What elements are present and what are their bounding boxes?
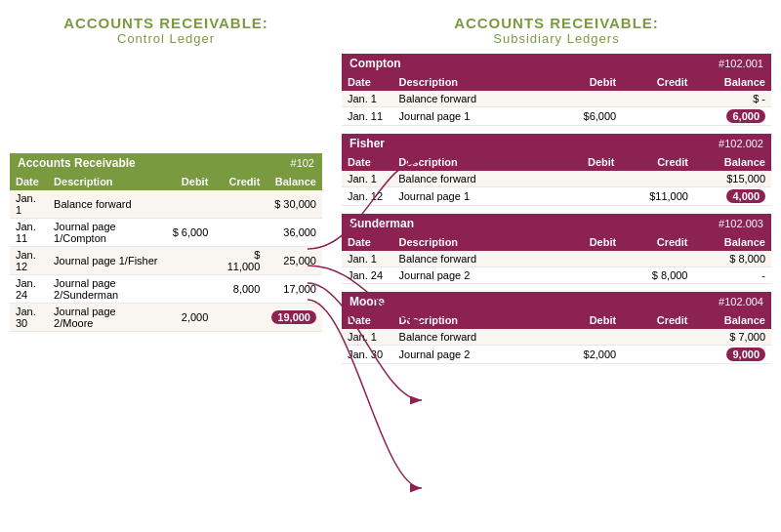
col-header-balance: Balance	[694, 153, 771, 171]
cell-balance: $ 8,000	[693, 251, 771, 267]
cell-desc: Balance forward	[392, 171, 549, 187]
cell-date: Jan. 1	[342, 91, 393, 107]
cell-debit	[551, 91, 622, 107]
cell-debit	[164, 190, 215, 219]
subsidiary-ledger-row: Jan. 11 Journal page 1 $6,000 6,000	[342, 107, 771, 126]
subsidiary-ledger-row: Jan. 24 Journal page 2 $ 8,000 -	[342, 267, 771, 284]
control-ledger-header-row: Date Description Debit Credit Balance	[10, 173, 322, 190]
cell-date: Jan. 1	[342, 251, 393, 267]
cell-debit	[164, 275, 215, 304]
moore-table: Date Description Debit Credit Balance Ja…	[342, 311, 771, 364]
compton-table: Date Description Debit Credit Balance Ja…	[342, 73, 771, 126]
subsidiary-ledgers-container: Compton #102.001 Date Description Debit …	[342, 54, 771, 364]
cell-debit	[164, 247, 215, 275]
col-header-desc: Description	[393, 311, 551, 329]
cell-date: Jan. 11	[10, 219, 48, 247]
control-ledger-table: Date Description Debit Credit Balance Ja…	[10, 173, 322, 332]
fisher-account-num: #102.002	[719, 138, 763, 149]
moore-header-row: Date Description Debit Credit Balance	[342, 311, 771, 329]
moore-account-num: #102.004	[719, 296, 763, 307]
cell-credit: $11,000	[621, 187, 694, 206]
col-header-debit: Debit	[551, 311, 622, 329]
left-title: ACCOUNTS RECEIVABLE: Control Ledger	[10, 10, 322, 46]
cell-date: Jan. 12	[342, 187, 392, 206]
cell-balance: 25,000	[266, 247, 322, 275]
cell-date: Jan. 24	[10, 275, 48, 304]
cell-credit	[622, 329, 693, 346]
cell-desc: Journal page 1/Fisher	[48, 247, 164, 275]
col-header-debit: Debit	[550, 153, 621, 171]
cell-desc: Journal page 2	[393, 267, 551, 284]
cell-balance: $15,000	[694, 171, 771, 187]
subsidiary-ledger-row: Jan. 12 Journal page 1 $11,000 4,000	[342, 187, 771, 206]
highlighted-balance: 9,000	[726, 348, 765, 361]
cell-date: Jan. 30	[10, 304, 48, 332]
highlighted-balance: 4,000	[726, 189, 765, 203]
moore-name: Moore	[349, 295, 385, 308]
control-ledger-title: Accounts Receivable	[18, 156, 136, 170]
col-header-credit: Credit	[214, 173, 266, 190]
cell-desc: Balance forward	[48, 190, 164, 219]
cell-desc: Journal page 1	[393, 107, 551, 126]
col-header-credit: Credit	[622, 311, 693, 329]
cell-date: Jan. 24	[342, 267, 393, 284]
cell-desc: Journal page 1/Compton	[48, 219, 164, 247]
cell-credit	[622, 91, 693, 107]
subsidiary-ledger-row: Jan. 1 Balance forward $ 8,000	[342, 251, 771, 267]
cell-date: Jan. 11	[342, 107, 393, 126]
col-header-credit: Credit	[621, 153, 694, 171]
col-header-credit: Credit	[622, 233, 693, 251]
col-header-date: Date	[10, 173, 48, 190]
cell-date: Jan. 1	[10, 190, 48, 219]
col-header-desc: Description	[393, 233, 551, 251]
compton-account-num: #102.001	[719, 58, 763, 69]
sunderman-name: Sunderman	[349, 217, 414, 230]
col-header-desc: Description	[48, 173, 164, 190]
moore-header: Moore #102.004	[342, 292, 771, 311]
compton-header: Compton #102.001	[342, 54, 771, 73]
sunderman-table: Date Description Debit Credit Balance Ja…	[342, 233, 771, 284]
cell-balance: 36,000	[266, 219, 322, 247]
col-header-date: Date	[342, 311, 393, 329]
fisher-name: Fisher	[349, 137, 385, 150]
cell-debit	[551, 267, 622, 284]
cell-date: Jan. 12	[10, 247, 48, 275]
col-header-balance: Balance	[693, 73, 771, 91]
compton-header-row: Date Description Debit Credit Balance	[342, 73, 771, 91]
col-header-debit: Debit	[164, 173, 215, 190]
control-ledger-row: Jan. 1 Balance forward $ 30,000	[10, 190, 322, 219]
col-header-desc: Description	[393, 73, 551, 91]
highlighted-balance: 19,000	[271, 310, 316, 324]
control-ledger-row: Jan. 12 Journal page 1/Fisher $ 11,000 2…	[10, 247, 322, 275]
highlighted-balance: 6,000	[726, 109, 765, 123]
cell-desc: Balance forward	[393, 91, 551, 107]
col-header-balance: Balance	[266, 173, 322, 190]
fisher-header-row: Date Description Debit Credit Balance	[342, 153, 771, 171]
sunderman-header-row: Date Description Debit Credit Balance	[342, 233, 771, 251]
compton-name: Compton	[349, 57, 401, 70]
control-ledger-account-num: #102	[291, 157, 314, 169]
cell-credit	[214, 190, 266, 219]
cell-debit: $ 6,000	[164, 219, 215, 247]
right-title: ACCOUNTS RECEIVABLE: Subsidiary Ledgers	[342, 10, 771, 46]
control-ledger-row: Jan. 30 Journal page 2/Moore 2,000 19,00…	[10, 304, 322, 332]
col-header-date: Date	[342, 153, 392, 171]
subsidiary-ledger-compton: Compton #102.001 Date Description Debit …	[342, 54, 771, 126]
cell-date: Jan. 1	[342, 329, 393, 346]
cell-credit: $ 11,000	[214, 247, 266, 275]
subsidiary-ledger-row: Jan. 1 Balance forward $ -	[342, 91, 771, 107]
cell-debit	[551, 251, 622, 267]
cell-desc: Balance forward	[393, 251, 551, 267]
cell-date: Jan. 1	[342, 171, 392, 187]
cell-balance: 4,000	[694, 187, 771, 206]
control-ledger-section: Accounts Receivable #102 Date Descriptio…	[10, 153, 322, 332]
cell-balance: $ -	[693, 91, 771, 107]
cell-credit	[621, 171, 694, 187]
cell-balance: 17,000	[266, 275, 322, 304]
cell-credit	[622, 346, 693, 364]
cell-debit: $6,000	[551, 107, 622, 126]
cell-desc: Journal page 2/Moore	[48, 304, 164, 332]
col-header-date: Date	[342, 233, 393, 251]
cell-credit	[214, 304, 266, 332]
cell-desc: Journal page 2	[393, 346, 551, 364]
